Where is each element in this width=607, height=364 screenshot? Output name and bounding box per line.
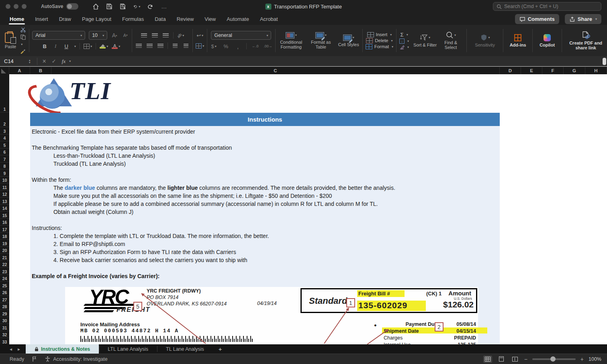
align-left-button[interactable]	[135, 42, 142, 50]
merge-center-button[interactable]: ▾	[196, 42, 204, 50]
zoom-slider-knob[interactable]	[550, 356, 556, 362]
close-window-button[interactable]	[6, 4, 10, 9]
add-ins-button[interactable]: Add-ins	[506, 34, 529, 47]
row-header-9[interactable]: 9	[0, 169, 9, 177]
row-header-4[interactable]: 4	[0, 134, 9, 142]
row-header-30[interactable]: 30	[0, 317, 9, 324]
row-header-31[interactable]: 31	[0, 324, 9, 331]
ribbon-tab-view[interactable]: View	[204, 14, 216, 24]
ribbon-tab-data[interactable]: Data	[155, 14, 166, 24]
increase-font-size-button[interactable]: A▴	[111, 31, 118, 39]
format-painter-button[interactable]	[20, 49, 26, 54]
column-header-D[interactable]: D	[500, 67, 521, 74]
underline-chevron-icon[interactable]: ▾	[74, 45, 76, 48]
column-header-G[interactable]: G	[564, 67, 585, 74]
normal-view-button[interactable]	[483, 356, 492, 363]
autosum-button[interactable]: Σ▾	[401, 32, 408, 38]
row-header-5[interactable]: 5	[0, 141, 9, 148]
home-icon[interactable]	[92, 3, 99, 10]
clear-button[interactable]: ▾	[399, 45, 409, 49]
align-right-button[interactable]	[157, 42, 164, 50]
cut-button[interactable]	[20, 27, 26, 33]
confirm-entry-icon[interactable]: ✓	[49, 58, 59, 64]
row-header-8[interactable]: 8	[0, 163, 9, 170]
row-header-22[interactable]: 22	[0, 261, 9, 268]
ribbon-tab-acrobat[interactable]: Acrobat	[260, 14, 278, 24]
row-header-21[interactable]: 21	[0, 254, 9, 261]
row-header-2[interactable]: 2	[0, 112, 9, 127]
row-header-1[interactable]: 1	[0, 74, 9, 112]
row-header-19[interactable]: 19	[0, 240, 9, 247]
name-box[interactable]: C14	[0, 58, 29, 64]
add-sheet-button[interactable]: +	[213, 344, 228, 354]
row-header-17[interactable]: 17	[0, 226, 9, 233]
row-header-26[interactable]: 26	[0, 289, 9, 296]
row-header-7[interactable]: 7	[0, 155, 9, 163]
format-as-table-button[interactable]: ▾ Format as Table	[308, 32, 334, 49]
row-header-24[interactable]: 24	[0, 275, 9, 282]
currency-format-button[interactable]: $▾	[210, 42, 217, 50]
prev-sheet-icon[interactable]: ◂	[10, 346, 12, 352]
fullscreen-window-button[interactable]	[22, 4, 27, 9]
align-bottom-button[interactable]	[162, 31, 170, 39]
create-pdf-button[interactable]: Create PDF and share link	[565, 31, 607, 50]
column-header-F[interactable]: F	[542, 67, 564, 74]
conditional-formatting-button[interactable]: ▾ Conditional Formatting	[278, 32, 304, 49]
more-commands-icon[interactable]: …	[160, 3, 168, 10]
accessibility-status[interactable]: Accessibility: Investigate	[45, 356, 107, 362]
row-header-16[interactable]: 16	[0, 219, 9, 226]
redo-icon[interactable]	[147, 3, 154, 10]
find-select-button[interactable]: ▾ Find & Select	[438, 31, 464, 50]
ribbon-tab-draw[interactable]: Draw	[59, 14, 71, 24]
cell-styles-button[interactable]: ▾ Cell Styles	[338, 35, 360, 47]
column-header-E[interactable]: E	[521, 67, 542, 74]
italic-button[interactable]: I	[52, 42, 59, 50]
insert-cells-button[interactable]: Insert▾	[367, 32, 392, 37]
page-break-view-button[interactable]	[511, 356, 519, 363]
ribbon-tab-page-layout[interactable]: Page Layout	[82, 14, 111, 24]
next-sheet-icon[interactable]: ▸	[18, 346, 20, 352]
sheet-tab-tl-lane-analysis[interactable]: TL Lane Analysis	[157, 344, 213, 354]
ribbon-tab-formulas[interactable]: Formulas	[122, 14, 144, 24]
sensitivity-button[interactable]: ▾ Sensitivity	[470, 34, 500, 47]
formula-input[interactable]	[71, 56, 603, 66]
scrollbar-thumb[interactable]	[603, 58, 606, 65]
fill-button[interactable]: ↓▾	[399, 39, 409, 44]
column-header-H[interactable]: H	[585, 67, 607, 74]
row-header-27[interactable]: 27	[0, 296, 9, 303]
align-top-button[interactable]	[141, 31, 148, 39]
zoom-in-button[interactable]: +	[580, 356, 584, 362]
align-middle-button[interactable]	[151, 31, 159, 39]
row-header-25[interactable]: 25	[0, 282, 9, 289]
paste-button[interactable]: ▾ Paste	[0, 33, 16, 49]
number-format-select[interactable]: General▾	[211, 31, 271, 40]
instructions-header-cell[interactable]: Instructions	[30, 113, 500, 126]
decrease-decimal-button[interactable]: .00→	[264, 42, 272, 50]
search-input[interactable]: Search (Cmd + Ctrl + U)	[493, 2, 601, 11]
row-header-15[interactable]: 15	[0, 211, 9, 219]
row-header-18[interactable]: 18	[0, 233, 9, 240]
ribbon-tab-automate[interactable]: Automate	[227, 14, 249, 24]
row-header-11[interactable]: 11	[0, 183, 9, 191]
row-header-10[interactable]: 10	[0, 177, 9, 184]
autosave-toggle[interactable]	[66, 3, 78, 10]
undo-icon[interactable]: ▾	[133, 3, 140, 10]
select-all-corner[interactable]	[0, 67, 9, 74]
bold-button[interactable]: B	[41, 42, 48, 50]
undo-chevron-icon[interactable]: ▾	[139, 5, 140, 8]
orientation-button[interactable]: ab▾	[177, 31, 184, 39]
row-header-28[interactable]: 28	[0, 303, 9, 310]
borders-button[interactable]: ▾	[84, 42, 92, 50]
sheet-tab-instructions-notes[interactable]: Instructions & Notes	[26, 344, 99, 354]
column-header-A[interactable]: A	[9, 67, 30, 74]
ribbon-tab-insert[interactable]: Insert	[35, 14, 48, 24]
format-cells-button[interactable]: Format▾	[366, 44, 393, 49]
row-header-13[interactable]: 13	[0, 197, 9, 205]
flag-icon[interactable]	[31, 356, 37, 362]
row-header-12[interactable]: 12	[0, 191, 9, 198]
increase-decimal-button[interactable]: ←.0	[251, 42, 259, 50]
row-header-23[interactable]: 23	[0, 268, 9, 275]
minimize-window-button[interactable]	[14, 4, 18, 9]
sheet-canvas[interactable]: TLI Instructions Electronic - Excel file…	[9, 74, 607, 344]
row-header-14[interactable]: 14	[0, 205, 9, 212]
